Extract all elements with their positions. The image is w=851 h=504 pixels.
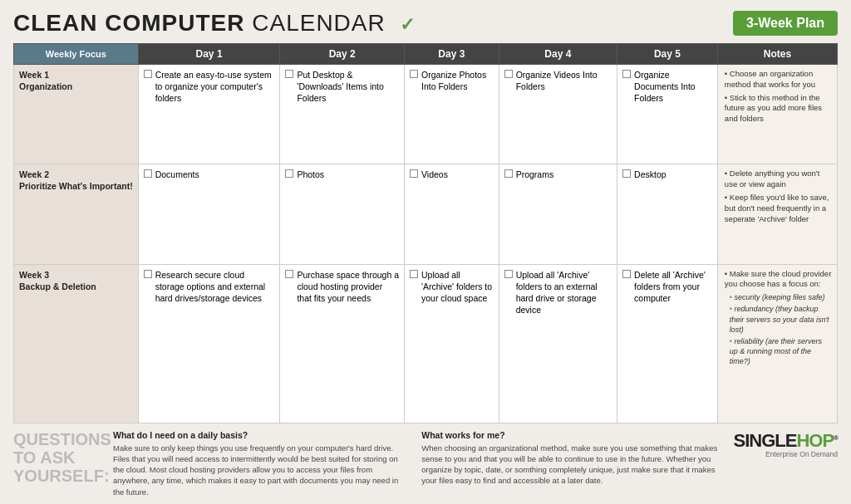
singlehop-name: SINGLEHOP® (734, 430, 839, 452)
day3-cell: Upload all 'Archive' folders to your clo… (405, 264, 499, 423)
checkbox-icon[interactable] (504, 169, 513, 178)
singlehop-logo: SINGLEHOP® Enterprise On Demand (734, 430, 839, 458)
title-text: CLEAN COMPUTER CALENDAR ✓ (13, 10, 416, 36)
schedule-table: Weekly Focus Day 1 Day 2 Day 3 Day 4 Day… (13, 43, 838, 423)
day3-cell: Videos (405, 164, 499, 264)
table-row: Week 2Prioritize What's Important!Docume… (14, 164, 838, 264)
table-row: Week 3Backup & DeletionResearch secure c… (14, 264, 838, 423)
day1-cell: Research secure cloud storage options an… (138, 264, 280, 423)
questions-title: QUESTIONS TO ASK YOURSELF: (13, 430, 105, 485)
col-notes: Notes (717, 44, 837, 65)
footer-content: What do I need on a daily basis? Make su… (113, 430, 719, 497)
notes-cell: Make sure the cloud provider you choose … (717, 264, 837, 423)
checkmark-icon: ✓ (400, 14, 416, 36)
day2-cell: Purchase space through a cloud hosting p… (280, 264, 405, 423)
footer-body-works: When choosing an organizational method, … (421, 443, 718, 487)
checkbox-icon[interactable] (144, 270, 152, 278)
header-row: CLEAN COMPUTER CALENDAR ✓ 3-Week Plan (13, 10, 838, 37)
checkbox-icon[interactable] (504, 70, 513, 78)
col-day2: Day 2 (280, 44, 405, 65)
checkbox-icon[interactable] (144, 70, 152, 78)
col-day1: Day 1 (138, 44, 280, 65)
notes-cell: Choose an organization method that works… (717, 65, 837, 164)
day2-cell: Put Desktop & 'Downloads' Items into Fol… (280, 65, 405, 164)
checkbox-icon[interactable] (622, 270, 631, 278)
footer-heading-works: What works for me? (421, 430, 718, 440)
questions-col: QUESTIONS TO ASK YOURSELF: (13, 430, 105, 485)
main-container: CLEAN COMPUTER CALENDAR ✓ 3-Week Plan We… (0, 0, 851, 504)
week-label-cell: Week 1Organization (14, 65, 139, 164)
col-day4: Day 4 (499, 44, 617, 65)
col-day3: Day 3 (405, 44, 499, 65)
checkbox-icon[interactable] (622, 169, 631, 178)
day3-cell: Organize Photos Into Folders (405, 65, 499, 164)
col-weekly-focus: Weekly Focus (14, 44, 139, 65)
day4-cell: Organize Videos Into Folders (499, 65, 617, 164)
day2-cell: Photos (280, 164, 405, 264)
checkbox-icon[interactable] (504, 270, 513, 278)
day5-cell: Organize Documents Into Folders (617, 65, 718, 164)
week-label-cell: Week 3Backup & Deletion (14, 264, 139, 423)
checkbox-icon[interactable] (285, 169, 293, 178)
day5-cell: Delete all 'Archive' folders from your c… (617, 264, 718, 423)
checkbox-icon[interactable] (144, 169, 152, 178)
footer-section-works: What works for me? When choosing an orga… (421, 430, 718, 497)
notes-cell: Delete anything you won't use or view ag… (717, 164, 837, 264)
day4-cell: Programs (499, 164, 617, 264)
week-label-cell: Week 2Prioritize What's Important! (14, 164, 139, 264)
footer-row: QUESTIONS TO ASK YOURSELF: What do I nee… (13, 430, 838, 497)
footer-body-daily: Make sure to only keep things you use fr… (113, 443, 410, 497)
three-week-badge: 3-Week Plan (733, 11, 838, 36)
checkbox-icon[interactable] (622, 70, 631, 78)
col-day5: Day 5 (617, 44, 718, 65)
footer-section-daily: What do I need on a daily basis? Make su… (113, 430, 410, 497)
day1-cell: Create an easy-to-use system to organize… (138, 65, 280, 164)
checkbox-icon[interactable] (410, 169, 418, 178)
checkbox-icon[interactable] (285, 70, 293, 78)
singlehop-tagline: Enterprise On Demand (765, 450, 838, 458)
day4-cell: Upload all 'Archive' folders to an exter… (499, 264, 617, 423)
main-title: CLEAN COMPUTER CALENDAR ✓ (13, 10, 416, 37)
checkbox-icon[interactable] (410, 70, 418, 78)
checkbox-icon[interactable] (285, 270, 293, 278)
table-row: Week 1OrganizationCreate an easy-to-use … (14, 65, 838, 164)
checkbox-icon[interactable] (410, 270, 418, 278)
day1-cell: Documents (138, 164, 280, 264)
day5-cell: Desktop (617, 164, 718, 264)
footer-heading-daily: What do I need on a daily basis? (113, 430, 410, 440)
